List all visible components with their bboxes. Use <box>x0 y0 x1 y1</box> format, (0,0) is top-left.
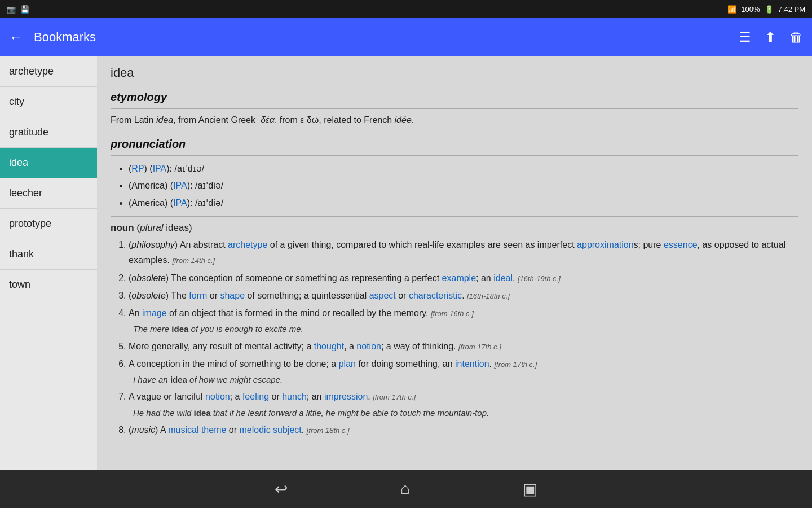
filter-icon[interactable]: ☰ <box>739 29 751 45</box>
subject-link[interactable]: subject <box>273 425 302 435</box>
delete-icon[interactable]: 🗑 <box>789 29 803 45</box>
notion-link-7[interactable]: notion <box>205 392 230 401</box>
pos-line: noun (plural ideas) <box>111 222 798 234</box>
musical-link[interactable]: musical <box>168 425 198 435</box>
clock: 7:42 PM <box>778 5 805 14</box>
definition-3: (obsolete) The form or shape of somethin… <box>129 288 798 303</box>
sidebar-item-archetype[interactable]: archetype <box>0 56 97 87</box>
example-4: The mere idea of you is enough to excite… <box>129 322 798 336</box>
dictionary-content: idea etymology From Latin idea, from Anc… <box>97 56 812 470</box>
plan-link[interactable]: plan <box>339 359 356 369</box>
rp-link[interactable]: RP <box>131 164 144 173</box>
definitions-list: (philosophy) An abstract archetype of a … <box>111 237 798 437</box>
pronunciation-entry-3: (America) (IPA): /aɪˈdiə/ <box>129 195 798 212</box>
definition-8: (music) A musical theme or melodic subje… <box>129 422 798 437</box>
divider-3 <box>111 132 798 132</box>
file-icon: 💾 <box>20 5 29 14</box>
pronunciation-title: pronunciation <box>111 138 798 151</box>
feeling-link[interactable]: feeling <box>242 392 269 401</box>
ipa-link-1[interactable]: IPA <box>153 164 167 173</box>
theme-link[interactable]: theme <box>201 425 226 435</box>
divider-1 <box>111 85 798 85</box>
nav-back-button[interactable]: ↩ <box>275 480 288 498</box>
nav-home-button[interactable]: ⌂ <box>400 480 410 498</box>
approximations-link[interactable]: approximation <box>577 240 634 249</box>
definition-1: (philosophy) An abstract archetype of a … <box>129 237 798 268</box>
sidebar-item-idea[interactable]: idea <box>0 148 97 178</box>
ideal-link[interactable]: ideal <box>493 273 513 283</box>
main-content: archetype city gratitude idea leecher pr… <box>0 56 812 470</box>
pronunciation-entry-1: (RP) (IPA): /aɪˈdɪə/ <box>129 160 798 177</box>
sidebar-item-prototype[interactable]: prototype <box>0 209 97 239</box>
form-link[interactable]: form <box>189 291 207 300</box>
definition-5: More generally, any result of mental act… <box>129 339 798 354</box>
sidebar: archetype city gratitude idea leecher pr… <box>0 56 97 470</box>
melodic-link[interactable]: melodic <box>240 425 271 435</box>
intention-link[interactable]: intention <box>455 359 489 369</box>
definition-7: A vague or fanciful notion; a feeling or… <box>129 389 798 420</box>
hunch-link[interactable]: hunch <box>282 392 307 401</box>
sidebar-item-city[interactable]: city <box>0 87 97 117</box>
essence-link[interactable]: essence <box>664 240 698 249</box>
definition-6: A conception in the mind of something to… <box>129 356 798 387</box>
word-heading: idea <box>111 65 798 80</box>
camera-icon: 📷 <box>7 5 16 14</box>
ipa-link-3[interactable]: IPA <box>173 198 187 208</box>
shape-link[interactable]: shape <box>220 291 245 300</box>
pronunciation-list: (RP) (IPA): /aɪˈdɪə/ (America) (IPA): /a… <box>111 160 798 212</box>
etymology-text: From Latin idea, from Ancient Greek δέα,… <box>111 113 798 127</box>
back-button[interactable]: ← <box>9 29 23 45</box>
characteristic-link[interactable]: characteristic <box>409 291 462 300</box>
sidebar-item-town[interactable]: town <box>0 270 97 300</box>
pronunciation-entry-2: (America) (IPA): /aɪˈdiə/ <box>129 177 798 194</box>
definition-2: (obsolete) The conception of someone or … <box>129 270 798 286</box>
archetype-link[interactable]: archetype <box>228 240 267 249</box>
top-bar: ← Bookmarks ☰ ⬆ 🗑 <box>0 18 812 56</box>
notion-link-5[interactable]: notion <box>356 341 381 351</box>
page-title: Bookmarks <box>34 30 727 45</box>
status-left-icons: 📷 💾 <box>7 5 29 14</box>
definition-4: An image of an object that is formed in … <box>129 305 798 336</box>
example-7: He had the wild idea that if he leant fo… <box>129 406 798 421</box>
divider-4 <box>111 155 798 156</box>
thought-link[interactable]: thought <box>314 341 344 351</box>
battery-icon: 🔋 <box>765 5 774 14</box>
sidebar-item-leecher[interactable]: leecher <box>0 178 97 209</box>
etymology-title: etymology <box>111 91 798 104</box>
example-6: I have an idea of how we might escape. <box>129 373 798 387</box>
battery-level: 100% <box>741 5 760 14</box>
divider-5 <box>111 216 798 217</box>
nav-recent-button[interactable]: ▣ <box>523 480 537 498</box>
example-link[interactable]: example <box>442 273 476 283</box>
impression-link[interactable]: impression <box>324 392 368 401</box>
share-icon[interactable]: ⬆ <box>765 29 776 45</box>
sidebar-item-thank[interactable]: thank <box>0 239 97 270</box>
status-bar: 📷 💾 📶 100% 🔋 7:42 PM <box>0 0 812 18</box>
ipa-link-2[interactable]: IPA <box>173 181 187 190</box>
top-bar-actions: ☰ ⬆ 🗑 <box>739 29 803 45</box>
sim-icon: 📶 <box>727 5 736 14</box>
divider-2 <box>111 108 798 109</box>
sidebar-item-gratitude[interactable]: gratitude <box>0 117 97 148</box>
aspect-link[interactable]: aspect <box>369 291 396 300</box>
nav-bar: ↩ ⌂ ▣ <box>0 470 812 508</box>
status-right-info: 📶 100% 🔋 7:42 PM <box>727 5 805 14</box>
image-link[interactable]: image <box>142 308 167 318</box>
